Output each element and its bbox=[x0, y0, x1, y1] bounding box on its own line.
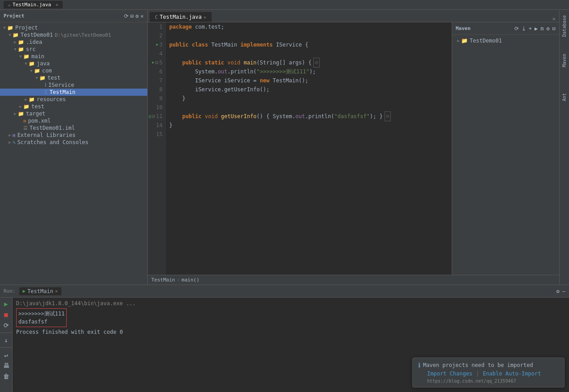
tree-item-test-src[interactable]: 📁 test bbox=[0, 103, 147, 110]
tree-item-java-folder[interactable]: 📁 java bbox=[0, 60, 147, 67]
tree-item-main[interactable]: 📁 main bbox=[0, 53, 147, 60]
code-line-5: public static void main(String[] args) {… bbox=[169, 58, 448, 67]
tab-close-icon[interactable]: ✕ bbox=[56, 2, 58, 7]
tree-path-testdemo01: D:\gitee\TestDemo01 bbox=[55, 32, 111, 38]
scroll-to-end-btn[interactable]: ↓ bbox=[3, 336, 9, 345]
maven-item-testdemo01[interactable]: 📁 TestDemo01 bbox=[452, 37, 559, 45]
tree-arrow-test-pkg bbox=[34, 76, 39, 80]
editor-tab-java-icon: C bbox=[155, 14, 158, 20]
sidebar-header: Project ⟳ ⊟ ⚙ ✕ bbox=[0, 10, 147, 22]
run-btn[interactable]: ▶ bbox=[3, 299, 9, 308]
run-panel-header: Run: ▶ TestMain ✕ ⚙ — bbox=[0, 285, 569, 298]
folder-icon-target: 📁 bbox=[18, 111, 24, 117]
maven-panel-toolbar: ⟳ ⤓ + ▶ m ⚙ ⊟ bbox=[514, 26, 556, 32]
soft-wrap-btn[interactable]: ↵ bbox=[3, 350, 9, 359]
maven-run-icon[interactable]: ▶ bbox=[535, 26, 538, 32]
clear-btn[interactable]: 🗑 bbox=[2, 372, 10, 381]
tab-testmain[interactable]: ☕ TestMain.java ✕ bbox=[4, 1, 63, 9]
folder-icon-test-src: 📁 bbox=[23, 104, 30, 110]
maven-collapse-icon[interactable]: ⊟ bbox=[552, 26, 556, 32]
run-tab-label: TestMain bbox=[27, 288, 53, 294]
editor-tab-testmain[interactable]: C TestMain.java ✕ bbox=[150, 12, 212, 22]
notification-separator: | bbox=[476, 371, 479, 377]
maven-label-testdemo01: TestDemo01 bbox=[470, 38, 502, 44]
tree-item-resources[interactable]: 📁 resources bbox=[0, 96, 147, 103]
maven-add-icon[interactable]: + bbox=[529, 26, 532, 32]
code-line-2 bbox=[169, 31, 448, 40]
tree-item-iml[interactable]: ☰ TestDemo01.iml bbox=[0, 124, 147, 132]
maven-folder-icon: 📁 bbox=[461, 38, 468, 44]
editor-tab-label: TestMain.java bbox=[160, 14, 202, 20]
folder-icon: 📁 bbox=[7, 25, 13, 31]
tree-item-ext-libs[interactable]: ⊞ External Libraries bbox=[0, 132, 147, 139]
tree-label-java-folder: java bbox=[37, 60, 50, 67]
hide-icon[interactable]: ✕ bbox=[141, 13, 144, 19]
tree-item-iservice[interactable]: Ⅰ IService bbox=[0, 81, 147, 89]
code-editor[interactable]: 1 2 ▶3 4 ▶⊟5 6 7 8 9 10 @⊟11 14 15 bbox=[148, 22, 452, 275]
maven-arrow-testdemo01 bbox=[456, 38, 461, 43]
top-tab-bar: ☕ TestMain.java ✕ bbox=[0, 0, 569, 10]
library-icon: ⊞ bbox=[13, 132, 16, 138]
folder-icon-java: 📁 bbox=[29, 61, 35, 67]
side-label-maven[interactable]: Maven bbox=[561, 50, 568, 71]
code-content[interactable]: package com.test; public class TestMain … bbox=[166, 22, 452, 275]
folder-icon-test-pkg: 📁 bbox=[39, 75, 46, 81]
tree-item-testmain[interactable]: C TestMain bbox=[0, 89, 147, 96]
code-line-4 bbox=[169, 49, 448, 58]
run-tab-testmain[interactable]: ▶ TestMain ✕ bbox=[19, 287, 61, 295]
tree-arrow-testdemo01 bbox=[7, 33, 13, 37]
tree-arrow-resources bbox=[23, 97, 29, 102]
tree-label-iml: TestDemo01.iml bbox=[30, 125, 75, 131]
folder-icon-com: 📁 bbox=[34, 68, 40, 74]
maven-reload-icon[interactable]: ⟳ bbox=[514, 26, 519, 32]
tree-item-project[interactable]: 📁 Project bbox=[0, 24, 147, 31]
tree-label-iservice: IService bbox=[48, 82, 74, 88]
sidebar-title: Project bbox=[4, 13, 24, 19]
side-label-database[interactable]: Database bbox=[561, 12, 568, 40]
tree-item-target[interactable]: 📁 target bbox=[0, 110, 147, 117]
editor-tab-close-icon[interactable]: ✕ bbox=[204, 15, 206, 20]
maven-more-icon[interactable]: m bbox=[540, 26, 543, 32]
maven-download-icon[interactable]: ⤓ bbox=[522, 26, 526, 32]
tree-item-com[interactable]: 📁 com bbox=[0, 67, 147, 74]
run-tab-icon: ▶ bbox=[23, 288, 26, 294]
maven-panel: Maven ⟳ ⤓ + ▶ m ⚙ ⊟ bbox=[452, 22, 559, 275]
tree-item-testdemo01[interactable]: 📁 TestDemo01 D:\gitee\TestDemo01 bbox=[0, 31, 147, 38]
folder-icon-idea: 📁 bbox=[18, 39, 24, 45]
maven-tree: 📁 TestDemo01 bbox=[452, 35, 559, 275]
breadcrumb-bar: TestMain › main() bbox=[148, 275, 559, 285]
code-line-1: package com.test; bbox=[169, 22, 448, 31]
auto-import-link[interactable]: Enable Auto-Import bbox=[483, 371, 541, 377]
run-settings-icon[interactable]: ⚙ bbox=[556, 288, 560, 294]
java-file-icon: ☕ bbox=[8, 2, 11, 7]
sync-icon[interactable]: ⟳ bbox=[124, 13, 128, 19]
collapse-icon[interactable]: ⊟ bbox=[130, 13, 133, 19]
code-line-7: IService iService = new TestMain(); bbox=[169, 76, 448, 85]
run-hide-icon[interactable]: — bbox=[562, 288, 565, 294]
stop-btn[interactable]: ■ bbox=[3, 310, 9, 319]
side-label-ant[interactable]: Ant bbox=[561, 89, 568, 105]
editor-tabs: C TestMain.java ✕ ✕ bbox=[148, 10, 559, 22]
tree-label-test-pkg: test bbox=[47, 75, 60, 81]
tree-label-pom: pom.xml bbox=[28, 118, 51, 124]
breadcrumb-method[interactable]: main() bbox=[182, 277, 200, 283]
console-output-block: >>>>>>>>测试111 dasfasfsf bbox=[16, 308, 67, 327]
project-tree: 📁 Project 📁 TestDemo01 D:\gitee\TestDemo… bbox=[0, 22, 147, 285]
tree-item-test-pkg[interactable]: 📁 test bbox=[0, 74, 147, 81]
tree-item-src[interactable]: 📁 src bbox=[0, 46, 147, 53]
tree-label-test-src: test bbox=[31, 103, 44, 110]
tree-item-pom[interactable]: m pom.xml bbox=[0, 117, 147, 124]
run-tab-close-icon[interactable]: ✕ bbox=[55, 289, 58, 294]
breadcrumb-class[interactable]: TestMain bbox=[151, 277, 175, 283]
print-btn[interactable]: 🖶 bbox=[2, 361, 10, 370]
tree-arrow-idea bbox=[13, 40, 18, 44]
tree-item-idea[interactable]: 📁 .idea bbox=[0, 38, 147, 46]
editor-close-all-icon[interactable]: ✕ bbox=[552, 16, 556, 22]
tree-label-main: main bbox=[31, 53, 44, 60]
tree-item-scratches[interactable]: ✎ Scratches and Consoles bbox=[0, 139, 147, 146]
rerun-btn[interactable]: ⟳ bbox=[3, 321, 10, 330]
tree-arrow-test-src bbox=[18, 104, 23, 109]
settings-icon[interactable]: ⚙ bbox=[136, 13, 139, 19]
import-changes-link[interactable]: Import Changes bbox=[427, 371, 472, 377]
maven-settings-icon[interactable]: ⚙ bbox=[547, 26, 550, 32]
